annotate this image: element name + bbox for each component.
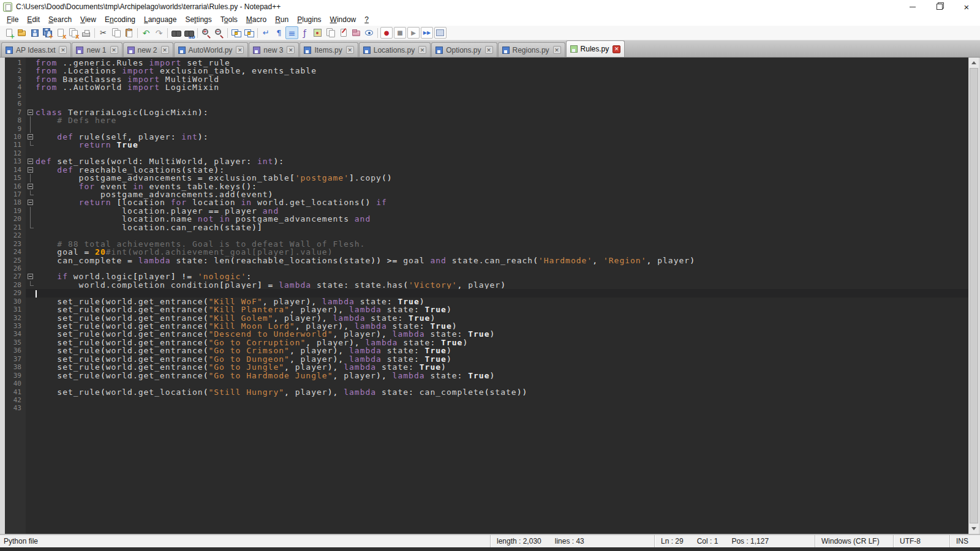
code-line-24[interactable]: 24 goal = 20#int(world.achievement_goal[…: [5, 248, 968, 256]
macro-run-multiple-icon[interactable]: ▶▶: [421, 27, 433, 39]
code-line-41[interactable]: 41 set_rule(world.get_location("Still Hu…: [5, 388, 968, 396]
code-editor[interactable]: 1from ..generic.Rules import set_rule2fr…: [5, 58, 968, 534]
code-line-8[interactable]: 8 # Defs here: [5, 116, 968, 124]
pen-document-icon[interactable]: [337, 26, 350, 39]
print-icon[interactable]: [80, 26, 92, 39]
tab-regions-py[interactable]: Regions.py✕: [498, 42, 565, 57]
tab-close-icon[interactable]: ✕: [612, 45, 620, 53]
scrollbar-thumb[interactable]: [970, 68, 978, 523]
menu-plugins[interactable]: Plugins: [293, 14, 325, 25]
document-map-icon[interactable]: [311, 26, 324, 39]
menu-window[interactable]: Window: [326, 14, 361, 25]
code-line-19[interactable]: 19 location.player == player and: [5, 207, 968, 215]
code-line-28[interactable]: 28 world.completion_condition[player] = …: [5, 281, 968, 289]
replace-icon[interactable]: ab: [183, 26, 195, 39]
tab-close-icon[interactable]: ✕: [418, 46, 426, 54]
menu-file[interactable]: File: [2, 14, 23, 25]
fold-marker[interactable]: [26, 272, 36, 280]
menu-encoding[interactable]: Encoding: [100, 14, 140, 25]
vertical-scrollbar[interactable]: [968, 58, 979, 534]
tab-close-icon[interactable]: ✕: [553, 46, 561, 54]
code-line-2[interactable]: 2from .Locations import exclusion_table,…: [5, 67, 968, 75]
fold-marker[interactable]: [26, 133, 36, 141]
code-line-39[interactable]: 39 set_rule(world.get_entrance("Go to Ha…: [5, 372, 968, 380]
close-file-icon[interactable]: x: [54, 26, 67, 39]
tab-close-icon[interactable]: ✕: [287, 46, 295, 54]
restore-button[interactable]: [926, 0, 953, 13]
code-line-21[interactable]: 21 location.can_reach(state)]: [5, 223, 968, 231]
macro-save-icon[interactable]: [434, 27, 447, 39]
document-list-icon[interactable]: [324, 26, 337, 39]
code-line-14[interactable]: 14 def reachable_locations(state):: [5, 166, 968, 174]
open-file-icon[interactable]: [15, 26, 28, 39]
tab-close-icon[interactable]: ✕: [485, 46, 493, 54]
menu-run[interactable]: Run: [271, 14, 293, 25]
paste-icon[interactable]: [123, 26, 135, 39]
tab-items-py[interactable]: Items.py✕: [300, 42, 358, 57]
tab-locations-py[interactable]: Locations.py✕: [359, 42, 431, 57]
code-line-3[interactable]: 3from BaseClasses import MultiWorld: [5, 75, 968, 83]
tab-close-icon[interactable]: ✕: [346, 46, 354, 54]
code-line-26[interactable]: 26: [5, 264, 968, 272]
menu-search[interactable]: Search: [44, 14, 76, 25]
code-line-7[interactable]: 7class TerrariaLogic(LogicMixin):: [5, 108, 968, 116]
new-file-icon[interactable]: +: [2, 26, 15, 39]
save-icon[interactable]: [28, 26, 41, 39]
code-line-9[interactable]: 9: [5, 125, 968, 133]
code-line-42[interactable]: 42: [5, 396, 968, 404]
macro-stop-icon[interactable]: ■: [394, 27, 406, 39]
code-line-32[interactable]: 32 set_rule(world.get_entrance("Kill Gol…: [5, 314, 968, 322]
code-line-34[interactable]: 34 set_rule(world.get_entrance("Descend …: [5, 330, 968, 338]
menu-settings[interactable]: Settings: [181, 14, 216, 25]
word-wrap-icon[interactable]: ↵: [260, 26, 273, 39]
code-line-1[interactable]: 1from ..generic.Rules import set_rule: [5, 59, 968, 67]
code-line-6[interactable]: 6: [5, 100, 968, 108]
tab-options-py[interactable]: Options.py✕: [431, 42, 497, 57]
tab-new-2[interactable]: new 2✕: [123, 42, 173, 57]
code-line-33[interactable]: 33 set_rule(world.get_entrance("Kill Moo…: [5, 322, 968, 330]
macro-play-icon[interactable]: ▶: [407, 27, 420, 39]
menu-edit[interactable]: Edit: [23, 14, 44, 25]
fold-marker[interactable]: [26, 182, 36, 190]
menu-language[interactable]: Language: [140, 14, 181, 25]
tab-autoworld-py[interactable]: AutoWorld.py✕: [174, 42, 249, 57]
code-line-40[interactable]: 40: [5, 380, 968, 388]
show-all-characters-icon[interactable]: ¶: [273, 26, 285, 39]
tab-new-1[interactable]: new 1✕: [72, 42, 122, 57]
menu-macro[interactable]: Macro: [242, 14, 271, 25]
fold-marker[interactable]: [26, 166, 36, 174]
sync-horizontal-icon[interactable]: [243, 26, 255, 39]
code-line-31[interactable]: 31 set_rule(world.get_entrance("Kill Pla…: [5, 305, 968, 313]
cut-icon[interactable]: ✂: [97, 26, 110, 39]
folder-as-workspace-icon[interactable]: [350, 26, 363, 39]
code-line-4[interactable]: 4from ..AutoWorld import LogicMixin: [5, 83, 968, 91]
fold-marker[interactable]: [26, 157, 36, 165]
redo-icon[interactable]: ↷: [153, 26, 165, 39]
scroll-up-arrow[interactable]: [969, 58, 979, 68]
code-line-17[interactable]: 17 postgame_advancements.add(event): [5, 190, 968, 198]
function-list-icon[interactable]: ƒ: [298, 26, 311, 39]
code-line-10[interactable]: 10 def rule(self, player: int):: [5, 133, 968, 141]
code-line-16[interactable]: 16 for event in events_table.keys():: [5, 182, 968, 190]
code-line-29[interactable]: 29: [5, 289, 968, 297]
minimize-button[interactable]: [899, 0, 926, 13]
code-line-11[interactable]: 11 return True: [5, 141, 968, 149]
scroll-down-arrow[interactable]: [969, 523, 979, 534]
code-line-30[interactable]: 30 set_rule(world.get_entrance("Kill WoF…: [5, 298, 968, 305]
sync-vertical-icon[interactable]: [230, 26, 243, 39]
code-line-23[interactable]: 23 # 88 total achievements. Goal is to d…: [5, 240, 968, 248]
copy-icon[interactable]: [110, 26, 123, 39]
menu-tools[interactable]: Tools: [216, 14, 242, 25]
code-line-43[interactable]: 43: [5, 404, 968, 412]
macro-record-icon[interactable]: ●: [380, 27, 393, 39]
tab-close-icon[interactable]: ✕: [236, 46, 244, 54]
menu-view[interactable]: View: [76, 14, 100, 25]
code-line-36[interactable]: 36 set_rule(world.get_entrance("Go to Cr…: [5, 347, 968, 354]
zoom-out-icon[interactable]: −: [213, 26, 225, 39]
code-line-27[interactable]: 27 if world.logic[player] != 'nologic':: [5, 272, 968, 280]
code-line-5[interactable]: 5: [5, 92, 968, 100]
zoom-in-icon[interactable]: +: [200, 26, 213, 39]
code-line-25[interactable]: 25 can_complete = lambda state: len(reac…: [5, 257, 968, 264]
code-line-18[interactable]: 18 return [location for location in worl…: [5, 198, 968, 206]
code-line-20[interactable]: 20 location.name not in postgame_advance…: [5, 215, 968, 223]
